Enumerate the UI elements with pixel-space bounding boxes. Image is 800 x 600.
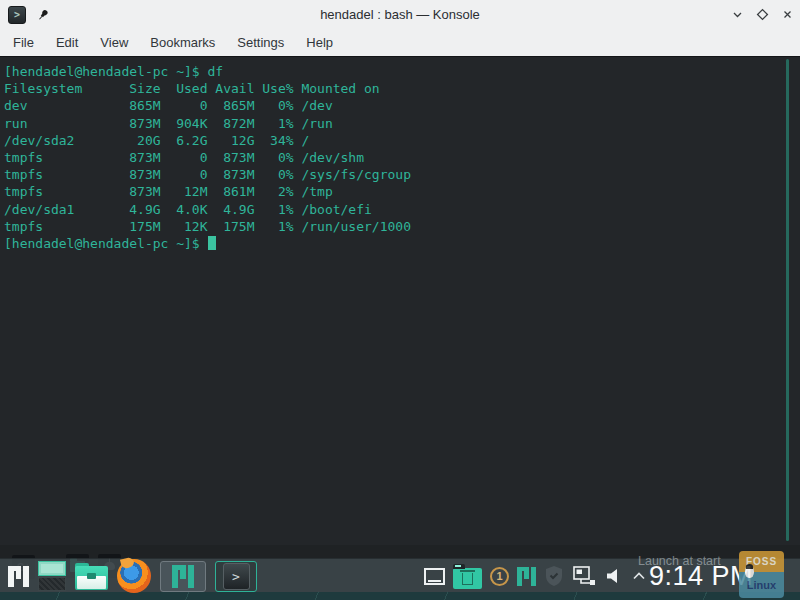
terminal-cursor	[208, 236, 216, 250]
terminal-line: tmpfs 873M 12M 861M 2% /tmp	[4, 183, 800, 200]
konsole-window: > hendadel : bash — Konsole	[0, 0, 800, 545]
manjaro-logo-icon	[172, 565, 195, 588]
menu-bookmarks[interactable]: Bookmarks	[139, 31, 226, 54]
menu-help[interactable]: Help	[295, 31, 344, 54]
terminal-line: /dev/sda1 4.9G 4.0K 4.9G 1% /boot/efi	[4, 201, 800, 218]
terminal-line: /dev/sda2 20G 6.2G 12G 34% /	[4, 132, 800, 149]
dolphin-file-manager-icon[interactable]	[75, 563, 108, 590]
pager-desktop-2[interactable]	[38, 577, 66, 591]
desktop-window-tray-icon[interactable]	[424, 568, 445, 585]
terminal-line: tmpfs 873M 0 873M 0% /dev/shm	[4, 149, 800, 166]
menubar: File Edit View Bookmarks Settings Help	[0, 29, 800, 57]
terminal-scrollbar[interactable]	[786, 59, 789, 541]
display-device-icon[interactable]	[572, 565, 597, 587]
update-notifier-badge[interactable]: 1	[490, 567, 509, 586]
folder-trash-tray-icon[interactable]	[453, 564, 482, 589]
pamac-manjaro-tray-icon[interactable]	[517, 567, 536, 586]
menu-view[interactable]: View	[89, 31, 139, 54]
terminal-line: tmpfs 175M 12K 175M 1% /run/user/1000	[4, 218, 800, 235]
penguin-icon	[745, 565, 754, 578]
titlebar[interactable]: > hendadel : bash — Konsole	[0, 0, 800, 29]
konsole-task-icon: >	[223, 563, 250, 590]
volume-speaker-icon[interactable]	[605, 567, 623, 585]
menu-settings[interactable]: Settings	[226, 31, 295, 54]
menu-edit[interactable]: Edit	[45, 31, 89, 54]
maximize-button[interactable]	[755, 8, 769, 22]
application-launcher-manjaro-icon[interactable]	[8, 566, 29, 587]
menu-file[interactable]: File	[2, 31, 45, 54]
window-controls	[730, 0, 794, 29]
terminal-line: [hendadel@hendadel-pc ~]$ df	[4, 63, 800, 80]
minimize-button[interactable]	[730, 8, 744, 22]
desktop-bottom: G+	[0, 545, 800, 600]
terminal-line: Filesystem Size Used Avail Use% Mounted …	[4, 80, 800, 97]
terminal-area[interactable]: [hendadel@hendadel-pc ~]$ df Filesystem …	[0, 57, 800, 544]
panel-launchers: >	[0, 559, 257, 593]
terminal-prompt-line: [hendadel@hendadel-pc ~]$	[4, 235, 800, 252]
expand-tray-chevron-up-icon[interactable]	[631, 569, 647, 583]
terminal-line: dev 865M 0 865M 0% /dev	[4, 97, 800, 114]
close-button[interactable]	[780, 8, 794, 22]
digital-clock[interactable]: 9:14 PM	[649, 561, 753, 592]
firefox-icon[interactable]	[117, 559, 151, 593]
task-button-manjaro-app[interactable]	[160, 561, 206, 592]
foss-linux-watermark: FOSS Linux	[739, 551, 784, 598]
terminal-line: tmpfs 873M 0 873M 0% /sys/fs/cgroup	[4, 166, 800, 183]
virtual-desktop-pager[interactable]	[38, 561, 66, 592]
task-button-konsole-active[interactable]: >	[215, 561, 257, 592]
security-shield-icon[interactable]	[544, 565, 564, 587]
shell-prompt: [hendadel@hendadel-pc ~]$	[4, 236, 208, 251]
window-title: hendadel : bash — Konsole	[0, 7, 800, 22]
desktop-screen: > hendadel : bash — Konsole	[0, 0, 800, 600]
system-tray: 1	[424, 559, 647, 593]
terminal-line: run 873M 904K 872M 1% /run	[4, 115, 800, 132]
pager-desktop-1-active[interactable]	[38, 561, 66, 576]
